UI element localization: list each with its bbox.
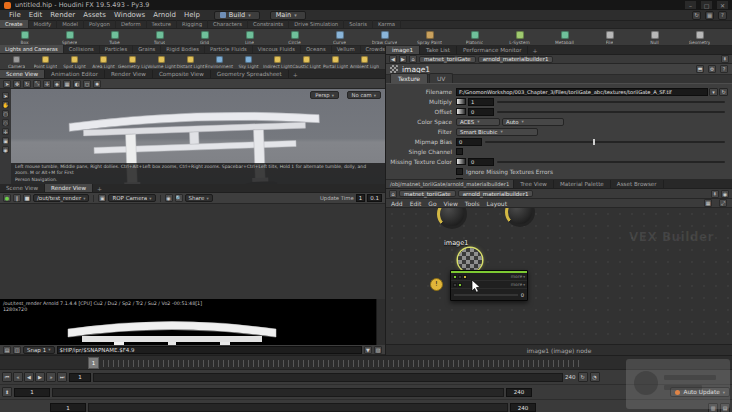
reload-texture-icon[interactable]: ↻ xyxy=(719,88,728,96)
shelf-tool[interactable]: Indirect Light xyxy=(263,55,292,69)
input-chip[interactable] xyxy=(463,275,467,279)
output-chip[interactable] xyxy=(453,283,457,287)
shelf-tab[interactable]: Constraints xyxy=(248,20,289,28)
shelf-tab[interactable]: Deform xyxy=(116,20,147,28)
current-frame-field[interactable]: 1 xyxy=(69,373,91,382)
gear-icon[interactable]: ⚙ xyxy=(708,65,716,73)
play-backward-button[interactable]: ◀ xyxy=(24,372,34,382)
handles-tool-icon[interactable]: ✛ xyxy=(43,80,51,88)
shelf-tool[interactable]: Grid xyxy=(182,30,227,45)
menu-item[interactable]: Assets xyxy=(79,11,110,19)
back-arrow-icon[interactable]: ◀ xyxy=(389,55,397,63)
shelf-tool[interactable]: Distant Light xyxy=(176,55,205,69)
sync-icon[interactable]: ↻ xyxy=(692,11,701,20)
shelf-tool[interactable]: File xyxy=(587,30,632,45)
input-chip[interactable] xyxy=(453,275,457,279)
missing-color-slider[interactable] xyxy=(497,161,725,163)
pin-icon[interactable]: 🖈 xyxy=(721,55,729,63)
output-chip[interactable] xyxy=(458,283,462,287)
wireframe-icon[interactable]: ◻ xyxy=(83,80,91,88)
menu-item[interactable]: File xyxy=(5,11,25,19)
layout-icon[interactable]: ▦ xyxy=(705,11,714,20)
shelf-tool[interactable]: Caustic Light xyxy=(292,55,321,69)
menu-item[interactable]: Arnold xyxy=(149,11,180,19)
grid-icon[interactable]: ▦ xyxy=(63,80,71,88)
shelf-tool[interactable]: Platonic xyxy=(452,30,497,45)
network-editor-canvas[interactable]: VEX Builder image1 ! more xyxy=(386,208,732,344)
home-icon[interactable]: ⌂ xyxy=(389,190,397,198)
menu-item[interactable]: Edit xyxy=(25,11,47,19)
playhead[interactable]: 1 xyxy=(88,357,99,369)
pane-tab[interactable]: Render View xyxy=(45,184,93,192)
global-end-field[interactable]: 240 xyxy=(510,403,536,412)
menu-item[interactable]: Windows xyxy=(110,11,149,19)
shelf-tab[interactable]: Texture xyxy=(147,20,177,28)
shelf-tool[interactable]: Torus xyxy=(137,30,182,45)
warning-badge-icon[interactable]: ! xyxy=(430,278,443,291)
shelf-tool[interactable]: Tube xyxy=(92,30,137,45)
pane-tab[interactable]: Asset Browser xyxy=(611,180,664,188)
snapshot-icon[interactable]: ◉ xyxy=(721,190,729,198)
shelf-tab[interactable]: Characters xyxy=(208,20,248,28)
snapshot-path-field[interactable]: $HIP/ipr/$SNAPNAME.$F4.9 xyxy=(57,346,362,354)
shelf-tool[interactable]: Portal Light xyxy=(321,55,350,69)
help-icon[interactable]: ? xyxy=(718,11,727,20)
breadcrumb-node[interactable]: arnold_materialbuilder1 xyxy=(458,190,534,197)
zoom-fit-icon[interactable]: ⤢ xyxy=(719,199,727,207)
network-menu-item[interactable]: Layout xyxy=(487,200,507,207)
input-chip[interactable] xyxy=(458,275,462,279)
snapshot-icon[interactable]: ◉ xyxy=(2,146,9,153)
network-menu-item[interactable]: View xyxy=(444,200,458,207)
auto-update-selector[interactable]: Auto Update xyxy=(670,387,730,397)
network-menu-item[interactable]: Go xyxy=(428,200,436,207)
add-pane-tab-button[interactable]: + xyxy=(528,47,541,54)
rotate-tool-icon[interactable]: ↻ xyxy=(23,80,31,88)
shelf-tool[interactable]: Sky Light xyxy=(234,55,263,69)
shelf-tool[interactable]: Metaball xyxy=(542,30,587,45)
shelf-tool[interactable]: L-System xyxy=(497,30,542,45)
mipmap-bias-field[interactable]: 0 xyxy=(456,138,482,146)
shelf-set-selector[interactable]: Main xyxy=(270,11,306,20)
select-objects-icon[interactable]: ▢ xyxy=(2,110,9,117)
memory-usage-icon[interactable]: ▤ xyxy=(720,403,730,412)
shelf-tool[interactable]: Volume Light xyxy=(147,55,176,69)
menu-item[interactable]: Help xyxy=(180,11,204,19)
breadcrumb-node[interactable]: arnold_materialbuilder1 xyxy=(478,56,554,63)
stop-render-button[interactable]: ■ xyxy=(23,194,31,202)
compare-icon[interactable]: ◫ xyxy=(13,346,21,354)
shelf-tab[interactable]: Grains xyxy=(133,45,161,53)
shelf-tool[interactable]: Null xyxy=(632,30,677,45)
shelf-tool[interactable]: Geometry Light xyxy=(118,55,147,69)
loop-mode-button[interactable]: ↻ xyxy=(578,372,588,382)
add-pane-tab-button[interactable]: + xyxy=(289,71,302,78)
parameter-tab[interactable]: UV xyxy=(429,73,454,83)
range-end-field[interactable]: 240 xyxy=(506,388,532,397)
more-inputs-button[interactable]: more xyxy=(511,274,525,279)
jump-to-end-button[interactable]: ⏭ xyxy=(57,372,67,382)
shading-mode-icon[interactable]: ◐ xyxy=(73,80,81,88)
magnify-icon[interactable]: 🔍 xyxy=(175,194,183,202)
lasso-select-icon[interactable]: ◌ xyxy=(2,119,9,126)
scene-viewport[interactable]: ➤✋▢◌✛▣◉ Persp No cam Left mouse tumble, … xyxy=(0,89,385,184)
node-parameter-popup[interactable]: more more 0 xyxy=(450,270,528,301)
shelf-tool[interactable]: Circle xyxy=(272,30,317,45)
color-space-select[interactable]: Auto xyxy=(502,118,564,126)
update-time-field[interactable]: 1 xyxy=(356,194,366,202)
filter-select[interactable]: Smart Bicubic xyxy=(456,128,538,136)
start-render-button[interactable]: ● xyxy=(3,194,11,202)
share-button[interactable]: Share xyxy=(185,194,213,202)
shelf-tab[interactable]: Polygon xyxy=(84,20,116,28)
desktop-selector[interactable]: Build xyxy=(214,11,260,20)
render-camera-selector[interactable]: ROP Camera xyxy=(108,194,155,202)
missing-color-swatch[interactable] xyxy=(456,158,466,165)
shelf-tab[interactable]: Oceans xyxy=(301,45,332,53)
pane-tab[interactable]: Take List xyxy=(420,46,457,54)
shelf-tool[interactable]: Area Light xyxy=(89,55,118,69)
multiply-color-swatch[interactable] xyxy=(456,98,466,105)
shelf-tab[interactable]: Rigging xyxy=(177,20,208,28)
translate-tool-icon[interactable]: ✥ xyxy=(13,80,21,88)
material-node[interactable] xyxy=(437,208,467,229)
shelf-tab[interactable]: Solaris xyxy=(344,20,373,28)
mipmap-bias-slider[interactable] xyxy=(485,141,725,143)
maximize-button[interactable]: ▢ xyxy=(701,1,712,9)
